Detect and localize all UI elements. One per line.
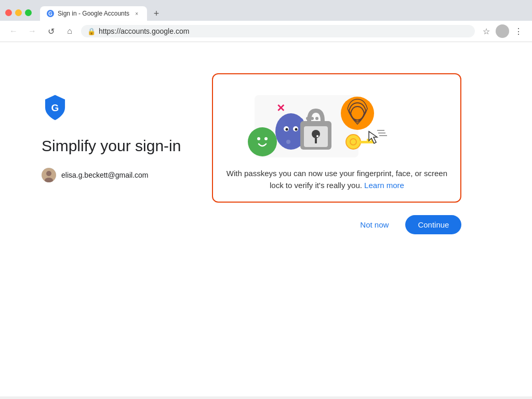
user-email: elisa.g.beckett@gmail.com <box>61 171 149 179</box>
svg-point-20 <box>312 130 320 138</box>
svg-text:G: G <box>48 11 52 17</box>
title-bar: G Sign in - Google Accounts × + <box>0 0 532 21</box>
maximize-window-button[interactable] <box>25 9 32 16</box>
svg-point-23 <box>341 97 374 130</box>
svg-point-32 <box>311 117 314 120</box>
svg-point-22 <box>316 135 318 137</box>
forward-button[interactable]: → <box>25 24 39 38</box>
svg-point-9 <box>264 137 268 140</box>
page-content: G Simplify your sign-in elisa.g.beckett@… <box>0 42 532 396</box>
svg-point-13 <box>286 128 288 131</box>
card-description: With passkeys you can now use your finge… <box>223 168 450 191</box>
more-options-button[interactable]: ⋮ <box>511 24 526 38</box>
user-info: elisa.g.beckett@gmail.com <box>42 168 181 182</box>
traffic-lights <box>5 9 32 16</box>
right-section: ✕ With passkeys you can now use your fin… <box>212 73 461 234</box>
svg-point-8 <box>257 137 260 140</box>
passkey-illustration: ✕ <box>223 85 450 168</box>
svg-point-17 <box>286 140 290 144</box>
lock-icon: 🔒 <box>87 28 96 35</box>
page-title: Simplify your sign-in <box>42 137 181 155</box>
svg-point-31 <box>306 117 309 120</box>
svg-point-33 <box>315 117 318 120</box>
refresh-button[interactable]: ↺ <box>44 24 58 38</box>
learn-more-link[interactable]: Learn more <box>364 181 404 190</box>
left-section: G Simplify your sign-in elisa.g.beckett@… <box>42 73 181 182</box>
close-tab-button[interactable]: × <box>132 9 141 18</box>
home-button[interactable]: ⌂ <box>62 24 77 38</box>
svg-point-7 <box>248 127 277 156</box>
address-bar[interactable]: 🔒 https://accounts.google.com <box>81 25 475 37</box>
tab-bar: G Sign in - Google Accounts × + <box>35 6 169 21</box>
card-description-text: With passkeys you can now use your finge… <box>227 169 447 190</box>
svg-text:✕: ✕ <box>276 102 285 114</box>
user-avatar <box>42 168 56 182</box>
svg-point-15 <box>277 119 286 128</box>
avatar-image <box>42 168 56 182</box>
browser-chrome: G Sign in - Google Accounts × + ← → ↺ ⌂ … <box>0 0 532 42</box>
new-tab-button[interactable]: + <box>149 6 164 21</box>
back-button[interactable]: ← <box>6 24 21 38</box>
navigation-bar: ← → ↺ ⌂ 🔒 https://accounts.google.com ☆ … <box>0 21 532 42</box>
tab-title: Sign in - Google Accounts <box>58 10 129 17</box>
google-shield-logo: G <box>42 94 69 121</box>
svg-point-14 <box>295 128 298 131</box>
illustration-svg: ✕ <box>223 85 390 165</box>
svg-point-24 <box>346 135 361 149</box>
svg-point-4 <box>46 171 51 176</box>
close-window-button[interactable] <box>5 9 12 16</box>
not-now-button[interactable]: Not now <box>352 215 397 234</box>
nav-right-controls: ☆ ⋮ <box>479 24 526 38</box>
continue-button[interactable]: Continue <box>405 215 461 234</box>
action-buttons: Not now Continue <box>212 215 461 234</box>
passkey-card: ✕ With passkeys you can now use your fin… <box>212 73 461 203</box>
svg-text:G: G <box>51 102 59 113</box>
bookmark-button[interactable]: ☆ <box>479 24 494 38</box>
browser-tab[interactable]: G Sign in - Google Accounts × <box>40 6 147 21</box>
url-text: https://accounts.google.com <box>99 27 469 35</box>
tab-favicon-icon: G <box>46 9 55 18</box>
minimize-window-button[interactable] <box>15 9 22 16</box>
profile-avatar[interactable] <box>496 24 509 38</box>
